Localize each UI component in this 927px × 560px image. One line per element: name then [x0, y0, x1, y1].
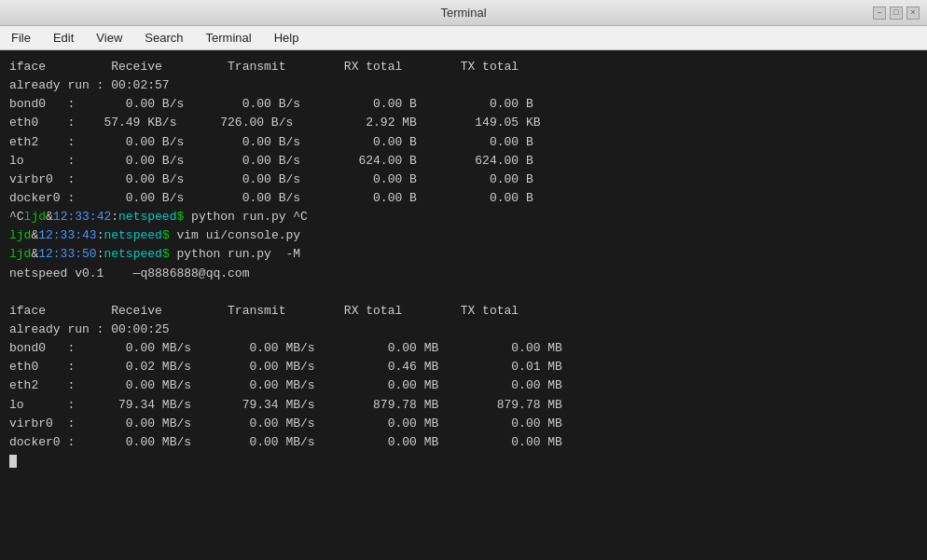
prompt-line-2: ljd&12:33:43:netspeed$ vim ui/console.py	[9, 226, 918, 245]
table-row: eth0 : 57.49 KB/s 726.00 B/s 2.92 MB 149…	[9, 114, 918, 132]
terminal-cursor	[9, 455, 17, 468]
window-title: Terminal	[440, 6, 486, 20]
titlebar: Terminal – □ ×	[0, 0, 927, 26]
table-row: bond0 : 0.00 B/s 0.00 B/s 0.00 B 0.00 B	[9, 95, 918, 114]
table-header-1: iface Receive Transmit RX total TX total	[9, 58, 918, 76]
table-header-2: iface Receive Transmit RX total TX total	[9, 302, 918, 321]
blank-line	[9, 283, 918, 302]
window-controls[interactable]: – □ ×	[873, 7, 920, 20]
table-row: docker0 : 0.00 B/s 0.00 B/s 0.00 B 0.00 …	[9, 189, 918, 208]
prompt-line-1: ^Cljd&12:33:42:netspeed$ python run.py ^…	[9, 208, 918, 226]
minimize-button[interactable]: –	[873, 7, 886, 20]
maximize-button[interactable]: □	[890, 7, 903, 20]
table-row: eth0 : 0.02 MB/s 0.00 MB/s 0.46 MB 0.01 …	[9, 358, 918, 376]
table-row: lo : 79.34 MB/s 79.34 MB/s 879.78 MB 879…	[9, 396, 918, 415]
close-button[interactable]: ×	[906, 7, 920, 20]
terminal-output[interactable]: iface Receive Transmit RX total TX total…	[0, 50, 927, 560]
menu-edit[interactable]: Edit	[49, 29, 77, 47]
prompt-line-3: ljd&12:33:50:netspeed$ python run.py -M	[9, 245, 918, 264]
table-row: docker0 : 0.00 MB/s 0.00 MB/s 0.00 MB 0.…	[9, 433, 918, 452]
table-row: virbr0 : 0.00 MB/s 0.00 MB/s 0.00 MB 0.0…	[9, 415, 918, 433]
status-line-1: already run : 00:02:57	[9, 76, 918, 95]
menubar: File Edit View Search Terminal Help	[0, 26, 927, 50]
menu-help[interactable]: Help	[270, 29, 303, 47]
table-row: eth2 : 0.00 B/s 0.00 B/s 0.00 B 0.00 B	[9, 133, 918, 152]
info-line: netspeed v0.1 —q8886888@qq.com	[9, 265, 918, 283]
table-row: virbr0 : 0.00 B/s 0.00 B/s 0.00 B 0.00 B	[9, 171, 918, 189]
status-line-2: already run : 00:00:25	[9, 321, 918, 339]
cursor-line	[9, 452, 918, 471]
menu-search[interactable]: Search	[141, 29, 187, 47]
table-row: lo : 0.00 B/s 0.00 B/s 624.00 B 624.00 B	[9, 152, 918, 171]
menu-view[interactable]: View	[92, 29, 126, 47]
menu-terminal[interactable]: Terminal	[202, 29, 256, 47]
table-row: eth2 : 0.00 MB/s 0.00 MB/s 0.00 MB 0.00 …	[9, 376, 918, 395]
table-row: bond0 : 0.00 MB/s 0.00 MB/s 0.00 MB 0.00…	[9, 339, 918, 358]
menu-file[interactable]: File	[7, 29, 35, 47]
